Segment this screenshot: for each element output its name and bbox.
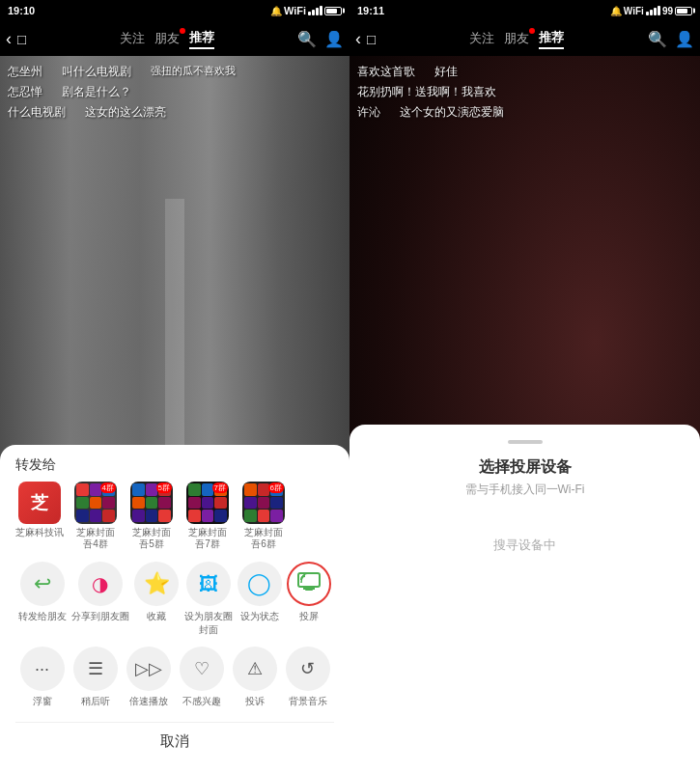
comment-text: 怎忍惮 [8,84,42,100]
nav-tabs-right: 关注 朋友 推荐 [385,29,648,49]
bottom-sheet-left: 转发给 芝 芝麻科技讯 [0,445,350,772]
set-status-icon: ◯ [247,571,271,596]
bg-music-circle: ↺ [286,647,330,691]
contact-badge: 6群 [268,482,284,493]
status-bar-left: 19:10 🔔 WiFi [0,0,350,21]
back-button-left[interactable]: ‹ [6,29,12,49]
share-moments-label: 分享到朋友圈 [71,610,129,623]
tab-follow-left[interactable]: 关注 [120,30,145,47]
action-set-status[interactable]: ◯ 设为状态 [238,562,282,637]
set-cover-circle: 🖼 [186,562,231,606]
contact-item[interactable]: 4群 芝麻封面吾4群 [71,482,120,550]
contact-name: 芝麻封面吾5群 [132,527,171,550]
status-icons-right: 🔔 WiFi 99 [610,6,692,16]
comment-text: 许沁 [357,104,380,121]
tab-recommend-left[interactable]: 推荐 [189,29,214,49]
profile-icon-left[interactable]: 👤 [324,30,344,48]
set-cover-label: 设为朋友圈封面 [184,610,233,637]
action-set-cover[interactable]: 🖼 设为朋友圈封面 [184,562,233,637]
battery-icon [324,7,342,15]
notification-icon-right: 🔔 [610,6,622,16]
cast-circle [287,562,331,606]
cast-icon [297,572,321,596]
action-report[interactable]: ⚠ 投诉 [233,647,277,708]
contact-item[interactable]: 6群 芝麻封面吾6群 [239,482,288,550]
nav-right-right: 🔍 👤 [648,30,694,48]
speed-label: 倍速播放 [129,695,168,708]
search-icon-left[interactable]: 🔍 [297,30,317,48]
tab-follow-right[interactable]: 关注 [469,30,494,47]
comment-row-2: 怎忍惮 剧名是什么？ [8,84,342,100]
comment-row-r2: 花别扔啊！送我啊！我喜欢 [357,84,692,100]
action-share-moments[interactable]: ◑ 分享到朋友圈 [71,562,129,637]
battery-pct-right: 99 [662,6,673,16]
contact-item[interactable]: 5群 芝麻封面吾5群 [127,482,176,550]
collect-label: 收藏 [147,610,166,623]
action-bg-music[interactable]: ↺ 背景音乐 [286,647,330,708]
action-cast[interactable]: 投屏 [287,562,331,637]
contact-avatar: 5群 [130,482,173,524]
profile-icon-right[interactable]: 👤 [675,30,694,48]
share-moments-icon: ◑ [92,572,108,595]
report-circle: ⚠ [233,647,277,691]
comment-text: 怎坐州 [8,64,42,80]
contact-item[interactable]: 7群 芝麻封面吾7群 [183,482,232,550]
nav-bar-right: ‹ □ 关注 朋友 推荐 🔍 👤 [350,21,700,56]
bg-music-label: 背景音乐 [289,695,327,708]
sheet-title: 转发给 [15,456,334,474]
float-label: 浮窗 [33,695,52,708]
set-status-circle: ◯ [238,562,282,606]
forward-icon-circle: ↩ [20,562,65,606]
status-icons-left: 🔔 WiFi [270,5,342,16]
collect-circle: ⭐ [134,562,179,606]
comment-row-r3: 许沁 这个女的又演恋爱脑 [357,104,692,121]
cast-handle[interactable] [508,440,543,444]
search-icon-right[interactable]: 🔍 [648,30,667,48]
comment-text: 花别扔啊！送我啊！我喜欢 [357,84,496,100]
nav-bar-left: ‹ □ 关注 朋友 推荐 🔍 👤 [0,21,350,56]
float-icon: ··· [35,659,49,679]
cancel-button[interactable]: 取消 [15,722,334,760]
contact-badge: 7群 [212,482,228,493]
wifi-icon-right: WiFi [624,6,644,16]
action-forward[interactable]: ↩ 转发给朋友 [18,562,67,637]
comment-row-r1: 喜欢这首歌 好佳 [357,64,692,80]
collect-icon: ⭐ [144,571,170,596]
bg-music-icon: ↺ [300,658,315,679]
speed-circle: ▷▷ [126,647,171,691]
action-float[interactable]: ··· 浮窗 [20,647,65,708]
save-button-left[interactable]: □ [17,31,26,47]
actions-row-2: ··· 浮窗 ☰ 稍后听 ▷▷ 倍速播放 ♡ 不感兴趣 [15,647,334,708]
status-time-left: 19:10 [8,5,35,16]
action-collect[interactable]: ⭐ 收藏 [134,562,179,637]
not-interested-icon: ♡ [194,658,210,679]
action-listen-later[interactable]: ☰ 稍后听 [73,647,118,708]
action-not-interested[interactable]: ♡ 不感兴趣 [180,647,224,708]
cast-sheet: 选择投屏设备 需与手机接入同一Wi-Fi 搜寻设备中 [350,425,700,772]
action-speed[interactable]: ▷▷ 倍速播放 [126,647,171,708]
set-status-label: 设为状态 [240,610,279,623]
contact-name: 芝麻封面吾7群 [188,527,227,550]
comment-text: 强扭的瓜不喜欢我 [151,64,236,80]
nav-tabs-left: 关注 朋友 推荐 [36,29,297,49]
tab-friends-right[interactable]: 朋友 [504,30,529,47]
status-time-right: 19:11 [357,5,384,16]
set-cover-icon: 🖼 [199,573,218,595]
tab-friends-left[interactable]: 朋友 [154,30,180,47]
contact-item[interactable]: 芝 芝麻科技讯 [15,482,64,550]
contact-avatar: 7群 [186,482,229,524]
right-panel: 19:11 🔔 WiFi 99 ‹ □ 关注 朋友 推荐 🔍 [350,0,700,772]
status-bar-right: 19:11 🔔 WiFi 99 [350,0,700,21]
signal-icon-right [646,6,660,15]
forward-label: 转发给朋友 [18,610,67,623]
contacts-row: 芝 芝麻科技讯 [15,482,334,550]
contact-name: 芝麻科技讯 [15,527,64,538]
listen-later-icon: ☰ [88,658,103,679]
save-button-right[interactable]: □ [367,31,376,47]
comment-row-3: 什么电视剧 这女的这么漂亮 [8,104,342,121]
comment-text: 这个女的又演恋爱脑 [400,104,504,121]
contact-name: 芝麻封面吾4群 [76,527,115,550]
back-button-right[interactable]: ‹ [355,29,361,49]
contact-avatar: 芝 [18,482,61,524]
tab-recommend-right[interactable]: 推荐 [539,29,564,49]
